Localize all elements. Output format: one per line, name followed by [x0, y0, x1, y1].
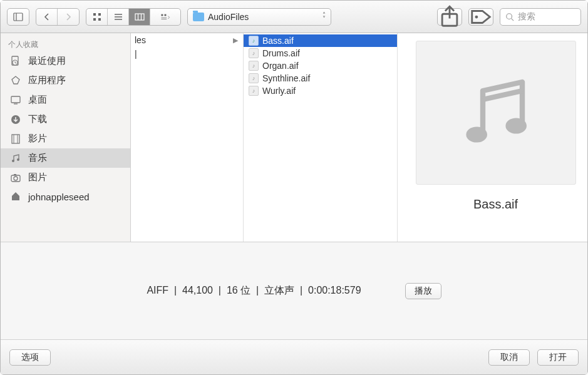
- file-name: Bass.aif: [262, 36, 294, 46]
- sidebar-item-label: 最近使用: [28, 55, 66, 67]
- sidebar-item-label: 图片: [28, 172, 47, 183]
- download-icon: [9, 114, 22, 125]
- sidebar-section-header: 个人收藏: [1, 37, 130, 51]
- gallery-view-button[interactable]: [150, 9, 180, 25]
- svg-rect-2: [93, 13, 96, 16]
- audio-file-icon: ♪: [249, 48, 259, 58]
- film-icon: [9, 133, 22, 145]
- svg-point-17: [475, 15, 478, 18]
- svg-rect-32: [14, 174, 16, 175]
- audio-file-icon: ♪: [249, 73, 259, 83]
- audio-info-text: AIFF | 44,100 | 16 位 | 立体声 | 0:00:18:579: [147, 284, 361, 297]
- cancel-button[interactable]: 取消: [488, 349, 530, 366]
- preview-pane: Bass.aif: [398, 33, 587, 242]
- svg-rect-0: [14, 13, 23, 21]
- file-name: Organ.aif: [262, 61, 299, 71]
- sidebar-item-label: 下载: [28, 113, 47, 125]
- sidebar-item-recents[interactable]: 最近使用: [1, 51, 130, 71]
- svg-rect-22: [11, 96, 20, 103]
- file-row[interactable]: ♪ Drums.aif: [244, 47, 397, 59]
- desktop-icon: [9, 95, 22, 106]
- path-label: AudioFiles: [208, 12, 249, 22]
- svg-point-31: [14, 177, 18, 180]
- column-view-button[interactable]: [129, 9, 150, 25]
- svg-rect-3: [98, 13, 101, 16]
- file-row[interactable]: ♪ Organ.aif: [244, 59, 397, 72]
- home-icon: [9, 191, 22, 202]
- music-note-icon: [452, 69, 540, 157]
- column1-folder-row[interactable]: les ▶: [131, 33, 243, 47]
- sidebar-item-label: 应用程序: [28, 74, 66, 86]
- toolbar: AudioFiles ˄˅ 搜索: [1, 1, 587, 33]
- audio-file-icon: ♪: [249, 86, 259, 96]
- file-name: Drums.aif: [262, 48, 300, 58]
- sidebar-item-movies[interactable]: 影片: [1, 129, 130, 148]
- audio-file-icon: ♪: [249, 61, 259, 71]
- sidebar-item-home[interactable]: johnappleseed: [1, 187, 130, 206]
- camera-icon: [9, 172, 22, 183]
- finder-open-dialog: AudioFiles ˄˅ 搜索 个人收藏 最近使用 应用程序 桌面: [0, 0, 588, 375]
- sidebar-item-label: johnappleseed: [28, 192, 90, 202]
- svg-point-34: [505, 118, 527, 133]
- sidebar: 个人收藏 最近使用 应用程序 桌面 下载 影片: [1, 33, 131, 242]
- svg-point-33: [466, 126, 487, 142]
- svg-point-28: [12, 160, 14, 162]
- sidebar-item-label: 影片: [28, 133, 47, 145]
- clock-doc-icon: [9, 56, 22, 67]
- sidebar-toggle-button[interactable]: [8, 9, 29, 25]
- sidebar-item-desktop[interactable]: 桌面: [1, 90, 130, 110]
- column1-row-trunc[interactable]: |: [131, 47, 243, 61]
- back-button[interactable]: [36, 9, 58, 25]
- file-name: Wurly.aif: [262, 86, 296, 96]
- share-button[interactable]: [437, 8, 462, 26]
- svg-rect-4: [93, 18, 96, 21]
- column1-folder-label: les: [135, 35, 146, 45]
- svg-rect-9: [135, 14, 144, 20]
- sidebar-item-downloads[interactable]: 下载: [1, 110, 130, 129]
- file-row[interactable]: ♪ Wurly.aif: [244, 85, 397, 97]
- chevron-right-icon: ▶: [233, 36, 238, 44]
- search-input[interactable]: 搜索: [500, 8, 581, 26]
- chevron-updown-icon: ˄˅: [322, 13, 326, 21]
- open-button[interactable]: 打开: [537, 349, 579, 366]
- nav-group: [36, 8, 80, 26]
- sidebar-item-apps[interactable]: 应用程序: [1, 71, 130, 90]
- svg-rect-25: [12, 135, 19, 143]
- search-icon: [505, 13, 514, 21]
- svg-point-18: [507, 13, 512, 19]
- music-icon: [9, 153, 22, 164]
- play-button[interactable]: 播放: [405, 283, 441, 299]
- file-row[interactable]: ♪ Synthline.aif: [244, 72, 397, 85]
- sidebar-item-music[interactable]: 音乐: [1, 148, 130, 168]
- preview-filename: Bass.aif: [473, 197, 518, 212]
- view-mode-group: [86, 8, 181, 26]
- icon-view-button[interactable]: [86, 9, 108, 25]
- sidebar-item-pictures[interactable]: 图片: [1, 168, 130, 187]
- audio-file-icon: ♪: [249, 36, 259, 46]
- svg-rect-5: [98, 18, 101, 21]
- sidebar-item-label: 音乐: [28, 152, 47, 164]
- audio-info-panel: AIFF | 44,100 | 16 位 | 立体声 | 0:00:18:579…: [1, 242, 587, 339]
- svg-rect-12: [161, 14, 163, 16]
- svg-line-19: [512, 18, 514, 21]
- list-view-button[interactable]: [108, 9, 129, 25]
- bottom-bar: 选项 取消 打开: [1, 339, 587, 374]
- forward-button[interactable]: [58, 9, 79, 25]
- apps-icon: [9, 75, 22, 86]
- options-button[interactable]: 选项: [9, 349, 51, 366]
- preview-thumbnail: [416, 41, 576, 185]
- tags-button[interactable]: [468, 8, 493, 26]
- sidebar-toggle-group: [7, 8, 29, 26]
- svg-point-29: [17, 158, 19, 161]
- search-placeholder: 搜索: [518, 11, 535, 23]
- column-2: ♪ Bass.aif ♪ Drums.aif ♪ Organ.aif ♪ Syn…: [244, 33, 398, 242]
- path-dropdown[interactable]: AudioFiles ˄˅: [187, 8, 331, 26]
- file-row[interactable]: ♪ Bass.aif: [244, 34, 397, 47]
- file-name: Synthline.aif: [262, 73, 310, 83]
- svg-rect-13: [165, 14, 167, 16]
- sidebar-item-label: 桌面: [28, 94, 47, 106]
- column-1: les ▶ |: [131, 33, 244, 242]
- folder-icon: [193, 13, 204, 21]
- browser-body: 个人收藏 最近使用 应用程序 桌面 下载 影片: [1, 33, 587, 242]
